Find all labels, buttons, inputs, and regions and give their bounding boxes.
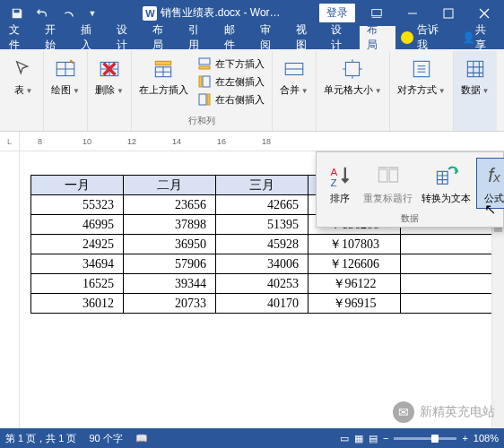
insert-left-button[interactable]: 在左侧插入 <box>194 73 268 90</box>
delete-button[interactable]: 删除▼ <box>91 53 127 97</box>
window-title: W 销售业绩表.docx - Wor… <box>104 5 319 21</box>
login-button[interactable]: 登录 <box>319 4 355 22</box>
cell[interactable]: 34006 <box>216 254 308 274</box>
tab-table-design[interactable]: 设计 <box>324 26 360 49</box>
table-row[interactable]: 165253934440253￥96122 <box>31 274 493 294</box>
tab-references[interactable]: 引用 <box>181 26 217 49</box>
cell-size-button[interactable]: 单元格大小▼ <box>320 53 386 97</box>
page-indicator[interactable]: 第 1 页，共 1 页 <box>5 432 76 445</box>
grid-icon <box>53 56 78 82</box>
insert-left-label: 在左侧插入 <box>215 75 265 89</box>
cell[interactable]: ￥96915 <box>308 294 401 314</box>
tell-me-label: 告诉我 <box>417 22 449 53</box>
draw-button[interactable]: 绘图▼ <box>48 53 83 97</box>
insert-below-button[interactable]: 在下方插入 <box>194 55 268 73</box>
tab-home[interactable]: 开始 <box>38 26 74 49</box>
cell[interactable]: 40170 <box>216 294 308 314</box>
tab-table-layout[interactable]: 布局 <box>360 26 395 49</box>
th-month3[interactable]: 三月 <box>216 176 308 195</box>
svg-rect-9 <box>199 76 202 87</box>
cell[interactable]: 23656 <box>124 195 216 215</box>
cell[interactable]: 20733 <box>124 294 216 314</box>
cell[interactable]: ￥107803 <box>308 235 401 254</box>
view-print-icon[interactable]: ▦ <box>354 433 363 444</box>
cell[interactable] <box>401 294 493 314</box>
table-row[interactable]: 249253695045928￥107803 <box>31 235 493 254</box>
share-button[interactable]: 👤 共享 <box>455 26 504 49</box>
convert-text-button[interactable]: 转换为文本 <box>418 158 474 209</box>
ruler-tick: 8 <box>38 137 42 146</box>
insert-right-label: 在右侧插入 <box>215 93 265 107</box>
tab-layout[interactable]: 布局 <box>145 26 181 49</box>
delete-icon <box>97 56 122 82</box>
cell[interactable]: 40253 <box>216 274 308 294</box>
cell[interactable]: 36012 <box>31 294 124 314</box>
pointer-icon <box>11 56 36 82</box>
word-count[interactable]: 90 个字 <box>89 432 122 445</box>
cell[interactable]: ￥96122 <box>308 274 401 294</box>
zoom-thumb[interactable] <box>431 435 439 443</box>
insert-above-button[interactable]: 在上方插入 <box>135 53 192 97</box>
qat-dropdown-icon[interactable]: ▼ <box>81 2 104 25</box>
vertical-ruler[interactable] <box>0 151 20 428</box>
insert-right-button[interactable]: 在右侧插入 <box>194 90 268 108</box>
th-month1[interactable]: 一月 <box>31 176 124 195</box>
view-read-icon[interactable]: ▭ <box>340 433 349 444</box>
spellcheck-icon[interactable]: 📖 <box>135 433 148 444</box>
cell[interactable]: 55323 <box>31 195 124 215</box>
cell[interactable]: 57906 <box>124 254 216 274</box>
save-icon[interactable] <box>5 2 29 25</box>
sort-label: 排序 <box>330 192 350 205</box>
filename-label: 销售业绩表.docx - Wor… <box>161 5 280 21</box>
view-web-icon[interactable]: ▤ <box>369 433 378 444</box>
cell[interactable]: 37898 <box>124 215 216 235</box>
redo-icon[interactable] <box>56 2 79 25</box>
tab-review[interactable]: 审阅 <box>253 26 289 49</box>
ruler-tick: 12 <box>127 137 136 146</box>
undo-icon[interactable] <box>30 2 54 25</box>
data-button[interactable]: 数据▼ <box>457 53 493 97</box>
cell[interactable] <box>401 274 493 294</box>
ruler-scale[interactable]: 8 10 12 14 16 18 <box>20 134 504 150</box>
insert-below-icon <box>197 56 212 71</box>
ruler-tick: 14 <box>172 137 181 146</box>
tab-file[interactable]: 文件 <box>2 26 38 49</box>
cell[interactable]: ￥126606 <box>308 254 401 274</box>
table-row[interactable]: 346945790634006￥126606 <box>31 254 493 274</box>
zoom-in-icon[interactable]: + <box>462 433 467 444</box>
insert-right-icon <box>197 92 212 107</box>
cell[interactable]: 51395 <box>216 215 308 235</box>
cell[interactable]: 36950 <box>124 235 216 254</box>
tab-mailings[interactable]: 邮件 <box>217 26 253 49</box>
tab-insert[interactable]: 插入 <box>74 26 109 49</box>
cell[interactable]: 42665 <box>216 195 308 215</box>
cell[interactable]: 24925 <box>31 235 124 254</box>
cell[interactable]: 46995 <box>31 215 124 235</box>
sort-button[interactable]: AZ 排序 <box>322 158 358 209</box>
th-month2[interactable]: 二月 <box>124 176 216 195</box>
formula-button[interactable]: fx 公式 <box>476 158 504 209</box>
svg-rect-21 <box>389 168 397 171</box>
table-row[interactable]: 360122073340170￥96915 <box>31 294 493 314</box>
merge-button[interactable]: 合并▼ <box>276 53 312 97</box>
svg-rect-7 <box>199 66 210 69</box>
group-rows-cols-label: 行和列 <box>188 115 215 129</box>
zoom-slider[interactable] <box>394 437 456 440</box>
zoom-level[interactable]: 108% <box>474 433 499 444</box>
tab-view[interactable]: 视图 <box>289 26 325 49</box>
tell-me[interactable]: 告诉我 <box>395 26 455 49</box>
align-button[interactable]: 对齐方式▼ <box>394 53 449 97</box>
zoom-out-icon[interactable]: − <box>383 433 388 444</box>
cell[interactable]: 34694 <box>31 254 124 274</box>
tab-design[interactable]: 设计 <box>109 26 145 49</box>
cell[interactable] <box>401 235 493 254</box>
cell[interactable] <box>401 254 493 274</box>
svg-rect-11 <box>207 94 210 105</box>
cell[interactable]: 16525 <box>31 274 124 294</box>
sort-icon: AZ <box>326 161 354 190</box>
cell[interactable]: 39344 <box>124 274 216 294</box>
cell[interactable]: 45928 <box>216 235 308 254</box>
insert-above-icon <box>151 56 176 82</box>
select-label: 表 <box>14 84 24 95</box>
select-button[interactable]: 表▼ <box>7 53 39 97</box>
